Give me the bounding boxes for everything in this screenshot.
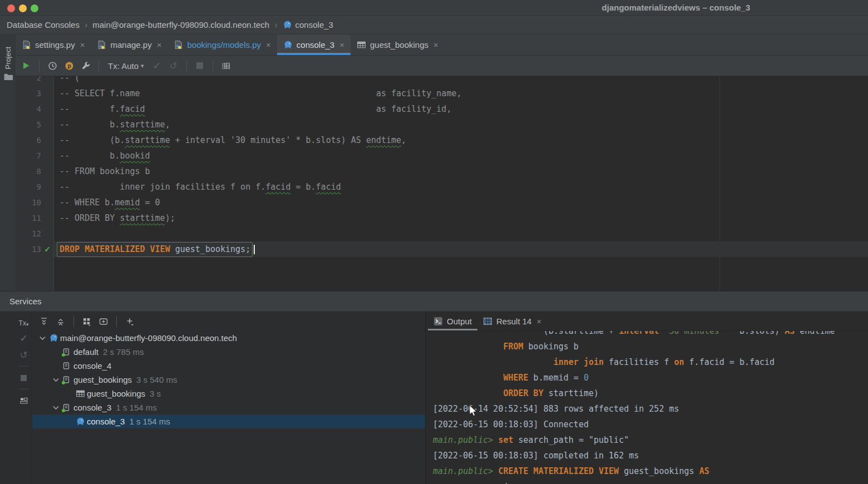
tree-item-console-3[interactable]: console_31 s 154 ms xyxy=(32,401,425,414)
output-tab-result-14[interactable]: Result 14× xyxy=(477,312,547,330)
history-button[interactable] xyxy=(45,58,60,73)
code-line-9[interactable]: -- inner join facilities f on f.facid = … xyxy=(54,179,868,195)
services-commit-button[interactable]: ✓ xyxy=(18,333,30,344)
breadcrumb-item[interactable]: console_3 xyxy=(283,20,333,29)
python-icon xyxy=(174,40,183,50)
tree-item-console-3[interactable]: console_31 s 154 ms xyxy=(32,414,425,428)
line-number: 11 xyxy=(16,214,41,223)
output-line: ( xyxy=(433,479,868,484)
tree-item-guest-bookings[interactable]: guest_bookings3 s 540 ms xyxy=(32,373,425,387)
code-line-7[interactable]: -- b.bookid xyxy=(54,148,868,164)
tree-expand-chevron-icon[interactable] xyxy=(50,406,61,410)
view-options-icon xyxy=(82,317,91,326)
services-stop-button[interactable] xyxy=(18,372,30,383)
tree-item-label: guest_bookings xyxy=(73,375,132,384)
tab-label: Result 14 xyxy=(496,317,531,326)
tree-item-duration: 3 s xyxy=(150,389,161,398)
code-line-8[interactable]: -- FROM bookings b xyxy=(54,164,868,179)
services-panel-header[interactable]: Services xyxy=(0,291,868,312)
editor-tab-settings-py[interactable]: settings.py× xyxy=(16,34,91,55)
settings-button[interactable] xyxy=(78,58,93,73)
gutter-line: 10 xyxy=(16,195,53,210)
project-tool-window-button[interactable]: Project xyxy=(0,34,16,83)
line-number: 13 xyxy=(16,245,41,254)
output-line: inner join facilities f on f.facid = b.f… xyxy=(433,354,868,370)
code-line-13[interactable]: DROP MATERIALIZED VIEW guest_bookings; xyxy=(54,241,868,257)
code-line-6[interactable]: -- (b.starttime + interval '30 minutes' … xyxy=(54,132,868,148)
run-icon xyxy=(22,61,31,70)
stop-button[interactable] xyxy=(193,58,207,73)
gutter-line: 2 xyxy=(16,76,53,86)
gutter-line: 4 xyxy=(16,101,53,117)
python-icon xyxy=(97,40,106,50)
code-line-11[interactable]: -- ORDER BY starttime); xyxy=(54,210,868,226)
gutter-line: 13✓ xyxy=(16,241,53,257)
tree-expand-chevron-icon[interactable] xyxy=(37,336,48,340)
services-rollback-button[interactable]: ↺ xyxy=(18,349,30,360)
tab-label: bookings/models.py xyxy=(187,40,261,50)
breadcrumb-label: console_3 xyxy=(295,20,333,29)
zoom-window-button[interactable] xyxy=(31,4,38,12)
output-console[interactable]: (b.starttime + interval '30 minutes' * b… xyxy=(426,331,868,484)
grid-icon xyxy=(483,317,492,326)
output-line: (b.starttime + interval '30 minutes' * b… xyxy=(433,331,868,339)
code-line-3[interactable]: -- SELECT f.name as facility_name, xyxy=(54,86,868,101)
editor-tab-console-3[interactable]: console_3× xyxy=(277,34,351,55)
active-session-dot xyxy=(62,381,65,384)
view-options-button[interactable] xyxy=(80,314,94,329)
sql-editor[interactable]: 2345678910111213✓ -- (-- SELECT f.name a… xyxy=(16,76,868,291)
line-number: 5 xyxy=(16,120,41,129)
tree-item-main-orange-butterfly-098090-cloud-neon-tech[interactable]: main@orange-butterfly-098090.cloud.neon.… xyxy=(32,331,425,345)
line-number: 6 xyxy=(16,136,41,145)
services-tx-button[interactable]: Tx▾ xyxy=(18,316,30,327)
add-button[interactable] xyxy=(122,314,137,329)
close-tab-icon[interactable]: × xyxy=(157,40,162,50)
editor-tab-guest-bookings[interactable]: guest_bookings× xyxy=(351,34,445,55)
editor-tab-bookings-models-py[interactable]: bookings/models.py× xyxy=(167,34,277,55)
tx-mode-dropdown[interactable]: Tx: Auto▾ xyxy=(105,61,147,71)
tree-item-guest-bookings[interactable]: guest_bookings3 s xyxy=(32,387,425,401)
collapse-all-button[interactable] xyxy=(53,314,68,329)
close-tab-icon[interactable]: × xyxy=(536,317,541,326)
run-button[interactable] xyxy=(19,58,33,73)
output-tab-output[interactable]: Output xyxy=(428,312,477,330)
code-line-10[interactable]: -- WHERE b.memid = 0 xyxy=(54,195,868,210)
executable-statement-box: DROP MATERIALIZED VIEW guest_bookings; xyxy=(57,242,253,257)
editor-code-area[interactable]: -- (-- SELECT f.name as facility_name,--… xyxy=(54,76,868,291)
expand-all-icon xyxy=(40,317,48,326)
rollback-button[interactable]: ↺ xyxy=(166,58,181,73)
driver-button[interactable]: p xyxy=(62,58,76,73)
minimize-window-button[interactable] xyxy=(19,4,27,12)
output-tab-bar: OutputResult 14× xyxy=(426,312,868,331)
tree-item-console-4[interactable]: console_4 xyxy=(32,359,425,373)
tree-expand-chevron-icon[interactable] xyxy=(50,378,61,382)
commit-icon: ✓ xyxy=(152,60,160,72)
close-tab-icon[interactable]: × xyxy=(339,40,344,50)
breadcrumb-item[interactable]: Database Consoles xyxy=(7,20,80,29)
tree-item-label: default xyxy=(73,347,98,357)
services-layout-button[interactable] xyxy=(18,395,30,406)
tree-item-default[interactable]: default2 s 785 ms xyxy=(32,345,425,359)
editor-tab-manage-py[interactable]: manage.py× xyxy=(91,34,167,55)
code-line-4[interactable]: -- f.facid as facility_id, xyxy=(54,101,868,117)
output-layout-button[interactable] xyxy=(219,58,233,73)
tab-label: Output xyxy=(447,317,472,326)
history-icon xyxy=(48,61,57,71)
breadcrumb-item[interactable]: main@orange-butterfly-098090.cloud.neon.… xyxy=(92,20,269,29)
close-window-button[interactable] xyxy=(7,4,15,12)
add-to-group-icon xyxy=(99,317,108,326)
code-line-5[interactable]: -- b.starttime, xyxy=(54,117,868,132)
output-line: [2022-06-15 00:18:03] Connected xyxy=(433,417,868,432)
toolbar-separator xyxy=(98,60,99,71)
code-line-2[interactable]: -- ( xyxy=(54,76,868,86)
folder-icon xyxy=(3,72,13,81)
add-to-group-button[interactable] xyxy=(96,314,111,329)
console-toolbar: pTx: Auto▾✓↺ xyxy=(16,56,868,76)
close-tab-icon[interactable]: × xyxy=(433,40,438,50)
close-tab-icon[interactable]: × xyxy=(80,40,85,50)
close-tab-icon[interactable]: × xyxy=(266,40,271,50)
session-icon xyxy=(61,376,72,384)
code-line-12[interactable] xyxy=(54,226,868,241)
commit-button[interactable]: ✓ xyxy=(150,58,164,73)
expand-all-button[interactable] xyxy=(37,314,51,329)
